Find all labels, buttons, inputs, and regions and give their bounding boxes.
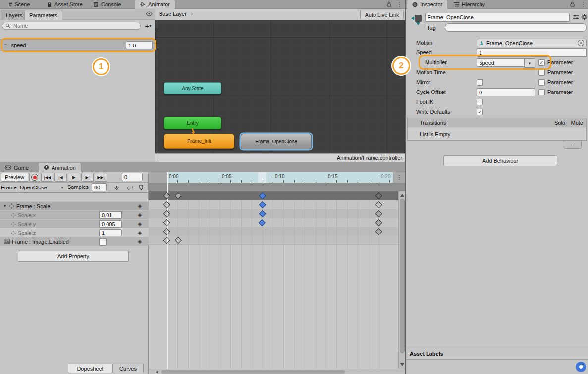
property-row-scale-y[interactable]: Scale.y ◈: [0, 219, 149, 228]
tab-hierarchy[interactable]: Hierarchy: [449, 0, 490, 9]
scale-y-field[interactable]: [99, 220, 122, 228]
presets-icon[interactable]: [573, 14, 579, 20]
node-frame-openclose[interactable]: Frame_OpenClose: [241, 134, 312, 149]
keyframe-button[interactable]: [110, 183, 123, 192]
scale-z-field[interactable]: [99, 229, 122, 236]
node-entry[interactable]: Entry: [164, 117, 221, 129]
dopesheet-summary-row[interactable]: [149, 191, 398, 200]
tab-scene[interactable]: # Scene: [4, 0, 35, 9]
dopesheet-hscrollbar[interactable]: [149, 369, 405, 374]
add-parameter-button[interactable]: +▾: [143, 22, 154, 30]
hscroll-thumb[interactable]: [161, 370, 345, 374]
tag-field[interactable]: [445, 23, 587, 32]
asset-labels-header[interactable]: Asset Labels: [406, 348, 588, 360]
row-key-icon[interactable]: ◈: [138, 230, 142, 236]
lock-icon[interactable]: [386, 1, 392, 7]
add-keyframe-icon: ◇: [127, 185, 131, 190]
prev-key-button[interactable]: |◀: [54, 173, 67, 182]
clip-dropdown[interactable]: Frame_OpenClose ▾: [1, 183, 63, 192]
samples-label: Samples: [67, 184, 89, 190]
record-button[interactable]: [29, 173, 40, 182]
object-picker-icon[interactable]: [578, 40, 584, 46]
state-name-field[interactable]: [425, 13, 570, 22]
tab-layers[interactable]: Layers: [1, 10, 27, 20]
preview-button[interactable]: Preview: [1, 173, 28, 182]
parameter-search[interactable]: [2, 22, 141, 30]
scroll-left-icon[interactable]: [156, 371, 158, 374]
multiplier-dropdown[interactable]: speed ▾: [477, 58, 535, 67]
scale-x-field[interactable]: [99, 211, 122, 219]
kebab-menu-icon[interactable]: ⋮: [397, 1, 403, 8]
dopesheet-tab[interactable]: Dopesheet: [68, 364, 112, 373]
speed-field[interactable]: [477, 48, 587, 57]
add-property-button[interactable]: Add Property: [18, 251, 129, 262]
tab-parameters[interactable]: Parameters: [24, 10, 62, 20]
chevron-down-icon: ▾: [61, 185, 63, 190]
cycle-offset-parameter-checkbox[interactable]: [538, 89, 545, 95]
property-row-scale-x[interactable]: Scale.x ◈: [0, 210, 149, 219]
record-icon: [31, 174, 38, 181]
motion-time-parameter-checkbox[interactable]: [538, 69, 545, 76]
next-key-button[interactable]: ▶|: [81, 173, 94, 182]
kebab-menu-icon[interactable]: ⋮: [396, 174, 402, 181]
row-key-icon[interactable]: ◈: [138, 238, 142, 245]
foldout-icon[interactable]: ▼: [3, 204, 7, 208]
vscroll-thumb[interactable]: [400, 199, 405, 353]
current-frame-field[interactable]: [122, 173, 143, 181]
info-icon: [412, 2, 418, 7]
lock-icon[interactable]: [570, 1, 575, 7]
search-input[interactable]: [12, 22, 136, 29]
remove-transition-button[interactable]: −: [564, 140, 582, 149]
row-key-icon[interactable]: ◈: [138, 203, 142, 209]
node-frame-init[interactable]: Frame_Init: [164, 134, 234, 149]
node-any-state[interactable]: Any State: [164, 82, 221, 94]
transitions-header[interactable]: Transitions Solo Mute: [407, 118, 587, 127]
motion-time-label: Motion Time: [416, 69, 446, 75]
add-keyframe-button[interactable]: ◇ +: [124, 183, 137, 192]
tab-console[interactable]: Console: [88, 0, 126, 9]
tab-inspector[interactable]: Inspector: [407, 0, 447, 9]
play-button[interactable]: ▶: [68, 173, 80, 182]
tab-animation[interactable]: Animation: [39, 163, 81, 172]
kebab-menu-icon[interactable]: ⋮: [580, 1, 586, 8]
curves-tab[interactable]: Curves: [112, 364, 144, 373]
samples-field[interactable]: [92, 183, 107, 191]
auto-live-link-button[interactable]: Auto Live Link: [360, 10, 404, 19]
image-enabled-checkbox[interactable]: [99, 238, 107, 246]
write-defaults-checkbox[interactable]: ✓: [477, 109, 483, 115]
multiplier-parameter-checkbox[interactable]: ✓: [538, 59, 545, 66]
dopesheet-vscrollbar[interactable]: [398, 191, 405, 369]
animation-toolbar-row1: Preview |◀◀ |◀ ▶ ▶| ▶▶|: [0, 172, 149, 183]
goto-end-button[interactable]: ▶▶|: [95, 173, 107, 182]
scroll-up-icon[interactable]: [400, 194, 404, 197]
scroll-down-icon[interactable]: [400, 363, 404, 366]
property-row-frame-scale[interactable]: ▼ Frame : Scale ◈: [0, 201, 149, 210]
dopesheet-key-area[interactable]: [149, 200, 398, 369]
hierarchy-list-icon: [454, 2, 459, 7]
breadcrumb[interactable]: Base Layer: [159, 11, 187, 17]
goto-begin-button[interactable]: |◀◀: [41, 173, 53, 182]
property-row-image-enabled[interactable]: Frame : Image.Enabled ◈: [0, 237, 149, 246]
row-key-icon[interactable]: ◈: [138, 212, 142, 218]
tab-asset-store[interactable]: Asset Store: [42, 0, 88, 9]
animator-graph[interactable]: Any State Entry Frame_Init Frame_OpenClo…: [155, 20, 405, 153]
timeline-ruler[interactable]: 0:00 0:05 0:10 0:15 0:20 ⋮: [149, 172, 405, 183]
motion-object-field[interactable]: Frame_OpenClose: [477, 39, 587, 47]
parameter-row-speed[interactable]: = speed: [0, 39, 155, 51]
tab-game[interactable]: Game: [0, 163, 34, 172]
row-key-icon[interactable]: ◈: [138, 221, 142, 227]
panel-divider[interactable]: [405, 0, 406, 374]
foot-ik-checkbox[interactable]: [477, 99, 483, 105]
add-event-button[interactable]: +: [137, 183, 149, 192]
gear-icon[interactable]: [581, 14, 588, 20]
cycle-offset-field[interactable]: [477, 88, 535, 96]
chevron-down-icon[interactable]: ▾: [524, 58, 535, 68]
property-row-scale-z[interactable]: Scale.z ◈: [0, 228, 149, 237]
add-behaviour-button[interactable]: Add Behaviour: [443, 155, 557, 166]
tab-animator[interactable]: Animator: [135, 0, 175, 9]
mirror-checkbox[interactable]: [477, 79, 483, 86]
mirror-parameter-checkbox[interactable]: [538, 79, 545, 86]
eye-icon[interactable]: [146, 11, 153, 16]
parameter-value-field[interactable]: [126, 41, 153, 49]
asset-label-tag-button[interactable]: [576, 362, 586, 372]
